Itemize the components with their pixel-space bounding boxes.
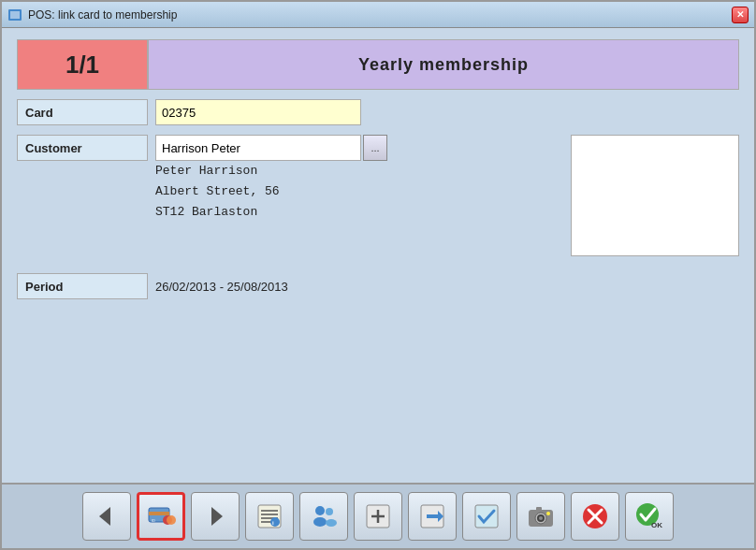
svg-rect-1 xyxy=(10,11,20,19)
camera-icon xyxy=(526,501,556,531)
back-button[interactable] xyxy=(82,492,131,541)
record-counter: 1/1 xyxy=(17,39,148,90)
card-row: Card xyxy=(17,99,739,125)
customer-left: Customer ... Peter Harrison Albert Stree… xyxy=(17,135,554,223)
checklist-icon xyxy=(472,501,502,531)
title-bar: POS: link card to membership ✕ xyxy=(2,2,754,28)
customer-label: Customer xyxy=(17,135,148,161)
toolbar: ID i xyxy=(2,483,754,548)
back-icon xyxy=(92,501,122,531)
cancel-icon xyxy=(580,501,610,531)
list-icon: i xyxy=(254,501,284,531)
card-label: Card xyxy=(17,99,148,125)
svg-text:ID: ID xyxy=(152,518,155,523)
svg-rect-30 xyxy=(536,507,542,511)
svg-point-31 xyxy=(546,512,550,515)
svg-point-17 xyxy=(313,517,327,527)
ok-button[interactable]: OK xyxy=(625,492,674,541)
add-button[interactable] xyxy=(354,492,402,541)
users-button[interactable] xyxy=(299,492,348,541)
window-icon xyxy=(7,7,22,22)
customer-section: Customer ... Peter Harrison Albert Stree… xyxy=(17,135,739,256)
users-icon xyxy=(309,501,339,531)
main-window: POS: link card to membership ✕ 1/1 Yearl… xyxy=(0,0,756,550)
svg-rect-4 xyxy=(149,512,169,515)
customer-input-group: ... xyxy=(155,135,387,161)
svg-text:OK: OK xyxy=(651,521,662,529)
export-icon xyxy=(417,501,447,531)
period-label: Period xyxy=(17,273,148,299)
card-input[interactable] xyxy=(155,99,361,125)
customer-input[interactable] xyxy=(155,135,361,161)
browse-button[interactable]: ... xyxy=(363,135,387,161)
ok-icon: OK xyxy=(634,501,664,531)
content-area: 1/1 Yearly membership Card Customer ... xyxy=(2,28,754,483)
forward-button[interactable] xyxy=(191,492,240,541)
window-title: POS: link card to membership xyxy=(28,8,177,22)
link-card-icon: ID xyxy=(146,501,176,531)
svg-point-16 xyxy=(315,506,325,515)
checklist-button[interactable] xyxy=(462,492,511,541)
svg-marker-2 xyxy=(99,507,110,526)
address-block: Peter Harrison Albert Street, 56 ST12 Ba… xyxy=(155,161,554,223)
membership-title: Yearly membership xyxy=(148,39,739,90)
photo-box xyxy=(571,135,739,256)
svg-marker-8 xyxy=(211,507,223,526)
cancel-button[interactable] xyxy=(571,492,619,541)
svg-point-19 xyxy=(326,519,337,527)
svg-point-6 xyxy=(167,515,176,525)
customer-row: Customer ... xyxy=(17,135,554,161)
svg-point-29 xyxy=(539,516,543,520)
address-line1: Peter Harrison xyxy=(155,161,554,181)
svg-point-18 xyxy=(326,508,333,515)
close-button[interactable]: ✕ xyxy=(732,7,749,23)
address-line2: Albert Street, 56 xyxy=(155,181,554,202)
export-button[interactable] xyxy=(408,492,457,541)
title-bar-left: POS: link card to membership xyxy=(7,7,177,22)
forward-icon xyxy=(200,501,230,531)
address-line3: ST12 Barlaston xyxy=(155,202,554,223)
period-row: Period 26/02/2013 - 25/08/2013 xyxy=(17,273,739,299)
camera-button[interactable] xyxy=(516,492,565,541)
list-button[interactable]: i xyxy=(245,492,294,541)
add-icon xyxy=(363,501,393,531)
top-row: 1/1 Yearly membership xyxy=(17,39,739,90)
link-card-button[interactable]: ID xyxy=(137,492,185,541)
period-value: 26/02/2013 - 25/08/2013 xyxy=(155,280,288,294)
